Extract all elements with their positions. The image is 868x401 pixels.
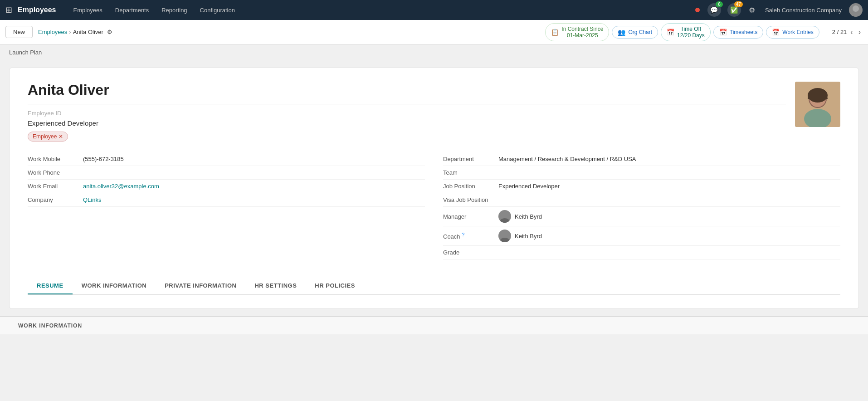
bottom-bar: WORK INFORMATION [0, 316, 868, 334]
nav-reporting[interactable]: Reporting [157, 5, 191, 15]
settings-icon[interactable]: ⚙ [749, 6, 755, 15]
manager-value: Keith Byrd [498, 210, 840, 223]
work-email-row: Work Email anita.oliver32@example.com [28, 180, 425, 193]
app-name: Employees [18, 6, 56, 14]
job-position-row: Job Position Experienced Developer [443, 180, 840, 193]
department-row: Department Management / Research & Devel… [443, 152, 840, 166]
department-value[interactable]: Management / Research & Development / R&… [498, 156, 840, 162]
prev-button[interactable]: ‹ [848, 27, 854, 37]
work-information-label: WORK INFORMATION [18, 323, 82, 329]
job-position-value[interactable]: Experienced Developer [498, 183, 840, 190]
main-content: Anita Oliver Employee ID Experienced Dev… [0, 60, 868, 316]
work-entries-label: Work Entries [782, 29, 813, 35]
employee-name: Anita Oliver [28, 82, 786, 98]
grade-row: Grade [443, 246, 840, 259]
launch-plan-text: Launch Plan [9, 49, 42, 56]
breadcrumb-current: Anita Oliver [73, 29, 103, 35]
coach-help-icon[interactable]: ? [462, 232, 464, 237]
grade-label: Grade [443, 249, 493, 256]
avatar-area [795, 82, 840, 127]
tab-private-information[interactable]: PRIVATE INFORMATION [156, 278, 245, 294]
department-label: Department [443, 156, 493, 162]
manager-avatar [498, 210, 511, 223]
company-value[interactable]: QLinks [83, 196, 425, 203]
work-email-value[interactable]: anita.oliver32@example.com [83, 183, 425, 190]
coach-name[interactable]: Keith Byrd [515, 233, 542, 240]
org-chart-label: Org Chart [628, 29, 652, 35]
fields-section: Work Mobile (555)-672-3185 Work Phone Wo… [28, 152, 840, 259]
coach-value: Keith Byrd [498, 230, 840, 242]
status-dot [695, 8, 700, 12]
breadcrumb: Employees › Anita Oliver ⚙ [38, 29, 112, 35]
work-entries-button[interactable]: 📅 Work Entries [766, 26, 819, 39]
tab-resume[interactable]: RESUME [28, 278, 73, 294]
pager-text: 2 / 21 [832, 29, 847, 35]
work-mobile-label: Work Mobile [28, 156, 78, 162]
nav-configuration[interactable]: Configuration [195, 5, 239, 15]
svg-point-1 [851, 12, 861, 17]
work-phone-row: Work Phone [28, 166, 425, 180]
breadcrumb-sep: › [69, 29, 71, 35]
tag-remove-icon[interactable]: ✕ [59, 133, 63, 140]
team-row: Team [443, 166, 840, 180]
job-title: Experienced Developer [28, 119, 786, 127]
breadcrumb-gear-icon[interactable]: ⚙ [107, 29, 112, 35]
user-avatar[interactable] [849, 3, 863, 17]
nav-employees[interactable]: Employees [68, 5, 107, 15]
tab-work-information[interactable]: WORK INFORMATION [73, 278, 156, 294]
smart-buttons: 📋 In Contract Since 01-Mar-2025 👥 Org Ch… [545, 23, 819, 41]
timesheets-button[interactable]: 📅 Timesheets [713, 26, 764, 39]
svg-point-0 [853, 5, 859, 12]
nav-departments[interactable]: Departments [111, 5, 153, 15]
tag-label: Employee [33, 133, 57, 140]
time-off-icon: 📅 [667, 29, 674, 36]
org-chart-button[interactable]: 👥 Org Chart [612, 26, 658, 39]
work-email-label: Work Email [28, 183, 78, 190]
visa-job-position-label: Visa Job Position [443, 196, 493, 203]
right-fields: Department Management / Research & Devel… [443, 152, 840, 259]
job-position-label: Job Position [443, 183, 493, 190]
employee-card: Anita Oliver Employee ID Experienced Dev… [9, 68, 859, 309]
launch-plan-bar: Launch Plan [0, 44, 868, 60]
manager-person: Keith Byrd [498, 210, 840, 223]
work-entries-icon: 📅 [772, 29, 780, 36]
svg-point-7 [502, 212, 507, 218]
coach-avatar [498, 230, 511, 242]
employee-id[interactable]: Employee ID [28, 110, 786, 117]
messages-badge: 6 [716, 1, 723, 7]
coach-person: Keith Byrd [498, 230, 840, 242]
time-off-text: Time Off 12/20 Days [677, 26, 705, 39]
svg-point-10 [500, 238, 509, 242]
work-phone-label: Work Phone [28, 169, 78, 176]
work-mobile-value[interactable]: (555)-672-3185 [83, 156, 425, 162]
employee-photo[interactable] [795, 82, 840, 127]
new-button[interactable]: New [5, 26, 33, 38]
contract-icon: 📋 [551, 29, 559, 36]
activities-badge: 47 [734, 1, 743, 7]
visa-job-position-row: Visa Job Position [443, 193, 840, 207]
tab-hr-policies[interactable]: HR POLICIES [306, 278, 364, 294]
pager: 2 / 21 ‹ › [832, 27, 863, 37]
contract-button[interactable]: 📋 In Contract Since 01-Mar-2025 [545, 23, 609, 41]
employee-info: Anita Oliver Employee ID Experienced Dev… [28, 82, 786, 142]
employee-tag[interactable]: Employee ✕ [28, 132, 68, 142]
work-mobile-row: Work Mobile (555)-672-3185 [28, 152, 425, 166]
grid-icon[interactable]: ⊞ [5, 5, 12, 15]
top-nav: ⊞ Employees Employees Departments Report… [0, 0, 868, 20]
svg-point-9 [502, 232, 507, 237]
breadcrumb-parent[interactable]: Employees [38, 29, 67, 35]
svg-point-8 [500, 218, 509, 223]
tag-area: Employee ✕ [28, 132, 786, 142]
next-button[interactable]: › [857, 27, 863, 37]
tab-hr-settings[interactable]: HR SETTINGS [245, 278, 306, 294]
time-off-button[interactable]: 📅 Time Off 12/20 Days [661, 23, 711, 41]
company-label: Company [28, 196, 78, 203]
timesheets-icon: 📅 [719, 29, 727, 36]
employee-header: Anita Oliver Employee ID Experienced Dev… [28, 82, 840, 142]
org-chart-icon: 👥 [618, 29, 625, 36]
manager-name[interactable]: Keith Byrd [515, 213, 542, 220]
tabs-bar: RESUME WORK INFORMATION PRIVATE INFORMAT… [28, 278, 840, 295]
activities-button[interactable]: ✅ 47 [727, 3, 741, 17]
messages-button[interactable]: 💬 6 [707, 3, 721, 17]
team-label: Team [443, 169, 493, 176]
